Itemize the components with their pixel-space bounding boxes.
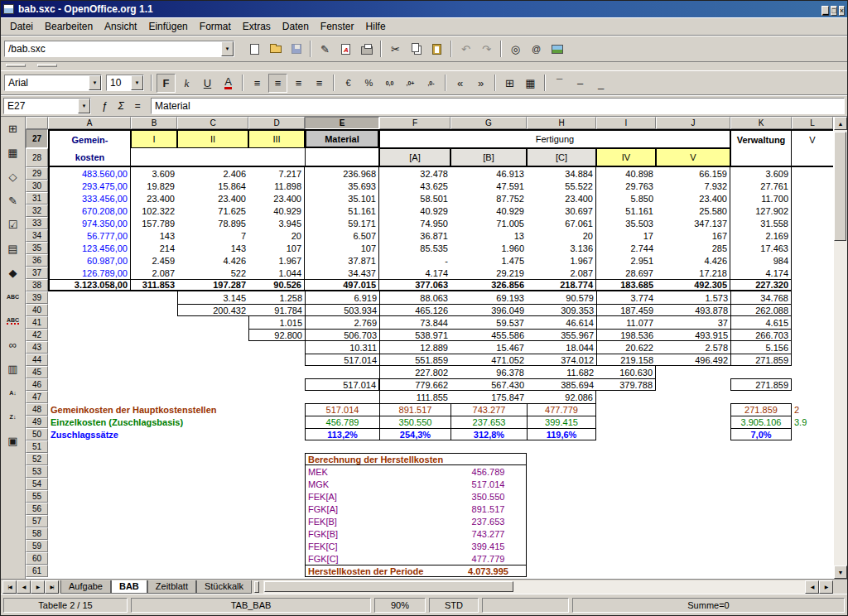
cell-E40[interactable]: 503.934 xyxy=(305,304,379,316)
save-icon[interactable] xyxy=(287,40,306,59)
group-icon[interactable]: ▣ xyxy=(3,431,22,450)
status-insert-mode[interactable]: STD xyxy=(429,598,479,613)
cell-B33[interactable]: 157.789 xyxy=(131,217,177,229)
row-header-33[interactable]: 33 xyxy=(26,217,48,229)
close-icon[interactable]: × xyxy=(839,6,845,16)
cell-C30[interactable]: 15.864 xyxy=(177,180,248,192)
cell-F27[interactable]: Fertigung xyxy=(379,129,730,148)
cell-G38[interactable]: 326.856 xyxy=(450,279,527,291)
cell-K49[interactable]: 3.905.106 xyxy=(730,416,792,428)
cell-H46[interactable]: 385.694 xyxy=(527,378,596,391)
cell-K41[interactable]: 4.615 xyxy=(730,316,792,329)
percent-icon[interactable]: % xyxy=(359,74,378,93)
menu-format[interactable]: Format xyxy=(194,19,237,34)
cell-H31[interactable]: 23.400 xyxy=(527,192,596,205)
cell-E55[interactable]: FEK[A] xyxy=(305,490,450,503)
cell-D36[interactable]: 1.967 xyxy=(248,254,305,267)
cell-J41[interactable]: 37 xyxy=(656,316,730,329)
cell-H42[interactable]: 355.967 xyxy=(527,329,596,341)
cell-A30[interactable]: 293.475,00 xyxy=(48,180,131,192)
horizontal-scroll-thumb[interactable] xyxy=(264,581,513,592)
cell-H32[interactable]: 30.697 xyxy=(527,205,596,217)
cell-I45[interactable]: 160.630 xyxy=(596,366,656,378)
cell-H37[interactable]: 2.087 xyxy=(527,267,596,279)
cell-reference-dropdown-icon[interactable]: ▼ xyxy=(78,99,90,113)
cell-H47[interactable]: 92.086 xyxy=(527,391,596,403)
cell-F44[interactable]: 551.859 xyxy=(379,354,450,366)
cell-I44[interactable]: 219.158 xyxy=(596,354,656,366)
scroll-right-icon[interactable]: ▶ xyxy=(819,580,833,594)
cell-E57[interactable]: FEK[B] xyxy=(305,515,450,527)
add-decimal-icon[interactable]: ,0+ xyxy=(401,74,420,93)
cell-E33[interactable]: 59.171 xyxy=(305,217,379,229)
sort-ascending-icon[interactable]: A↓ xyxy=(3,383,22,402)
next-sheet-icon[interactable]: ▶ xyxy=(31,580,45,594)
cell-G30[interactable]: 47.591 xyxy=(450,180,527,192)
align-center-icon[interactable]: ≡ xyxy=(268,74,287,93)
cell-E59[interactable]: FEK[C] xyxy=(305,540,450,552)
cell-E27[interactable]: Material xyxy=(305,129,379,148)
cell-E53[interactable]: MEK xyxy=(305,465,450,478)
cell-B30[interactable]: 19.829 xyxy=(131,180,177,192)
cell-K29[interactable]: 3.609 xyxy=(730,167,792,180)
cell-F49[interactable]: 350.550 xyxy=(379,416,450,428)
insert-object-icon[interactable]: ◇ xyxy=(3,167,22,186)
cell-J32[interactable]: 25.580 xyxy=(656,205,730,217)
vertical-scroll-thumb[interactable] xyxy=(834,132,846,241)
cell-E56[interactable]: FGK[A] xyxy=(305,503,450,515)
cell-F34[interactable]: 36.871 xyxy=(379,229,450,242)
column-header-A[interactable]: A xyxy=(48,117,131,129)
first-sheet-icon[interactable]: |◀ xyxy=(2,580,17,594)
cell-E41[interactable]: 2.769 xyxy=(305,316,379,329)
autoformat-icon[interactable]: ▤ xyxy=(3,239,22,258)
cell-J36[interactable]: 4.426 xyxy=(656,254,730,267)
decrease-indent-icon[interactable]: « xyxy=(450,74,470,93)
cell-F50[interactable]: 254,3% xyxy=(379,428,450,440)
form-controls-icon[interactable]: ☑ xyxy=(3,215,22,234)
column-header-L[interactable]: L xyxy=(792,117,833,129)
cell-H40[interactable]: 309.353 xyxy=(527,304,596,316)
align-right-icon[interactable]: ≡ xyxy=(289,74,308,93)
toolbar-drag-handle[interactable] xyxy=(6,64,26,67)
cell-H35[interactable]: 3.136 xyxy=(527,242,596,254)
cell-G49[interactable]: 237.653 xyxy=(450,416,527,428)
cell-G28[interactable]: [B] xyxy=(450,148,527,167)
cell-E37[interactable]: 34.437 xyxy=(305,267,379,279)
cell-G58[interactable]: 743.277 xyxy=(450,527,527,540)
bold-icon[interactable]: F xyxy=(157,74,176,93)
select-all-corner[interactable] xyxy=(26,117,48,129)
gallery-icon[interactable] xyxy=(547,40,566,59)
cell-G54[interactable]: 517.014 xyxy=(450,478,527,490)
row-header-35[interactable]: 35 xyxy=(26,242,48,254)
row-header-58[interactable]: 58 xyxy=(26,527,48,540)
status-sum-field[interactable]: Summe=0 xyxy=(572,598,845,613)
sheet-tab-bab[interactable]: BAB xyxy=(111,580,147,594)
cell-E34[interactable]: 6.507 xyxy=(305,229,379,242)
borders-icon[interactable]: ⊞ xyxy=(500,74,519,93)
cell-G29[interactable]: 46.913 xyxy=(450,167,527,180)
row-header-53[interactable]: 53 xyxy=(26,465,48,478)
increase-indent-icon[interactable]: » xyxy=(471,74,490,93)
column-header-K[interactable]: K xyxy=(730,117,792,129)
cell-C35[interactable]: 143 xyxy=(177,242,248,254)
cell-E29[interactable]: 236.968 xyxy=(305,167,379,180)
cell-F47[interactable]: 111.855 xyxy=(379,391,450,403)
data-sources-icon[interactable]: ▥ xyxy=(3,359,22,378)
cell-F41[interactable]: 73.844 xyxy=(379,316,450,329)
sheet-tab-aufgabe[interactable]: Aufgabe xyxy=(60,580,111,594)
row-header-55[interactable]: 55 xyxy=(26,490,48,503)
column-header-C[interactable]: C xyxy=(177,117,248,129)
cell-I41[interactable]: 11.077 xyxy=(596,316,656,329)
cell-H43[interactable]: 18.044 xyxy=(527,341,596,354)
cell-G56[interactable]: 891.517 xyxy=(450,503,527,515)
row-header-39[interactable]: 39 xyxy=(26,291,48,304)
cell-D31[interactable]: 23.400 xyxy=(248,192,305,205)
minimize-icon[interactable]: ▁ xyxy=(822,6,829,16)
formula-input-line[interactable]: Material xyxy=(151,98,845,114)
cell-H45[interactable]: 11.682 xyxy=(527,366,596,378)
row-header-61[interactable]: 61 xyxy=(26,565,48,577)
cell-H28[interactable]: [C] xyxy=(527,148,596,167)
cell-H38[interactable]: 218.774 xyxy=(527,279,596,291)
cell-I40[interactable]: 187.459 xyxy=(596,304,656,316)
cell-J35[interactable]: 285 xyxy=(656,242,730,254)
